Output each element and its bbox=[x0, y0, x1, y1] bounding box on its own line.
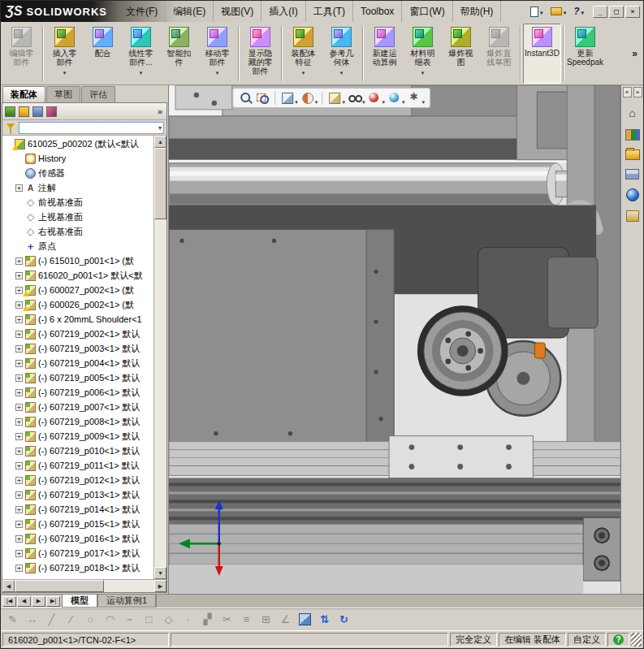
edit-appearance-icon[interactable] bbox=[366, 90, 385, 106]
tree-expander[interactable]: + bbox=[15, 448, 23, 455]
tree-expander[interactable]: + bbox=[15, 506, 23, 513]
zoom-fit-icon[interactable] bbox=[238, 90, 253, 106]
tree-vertical-scrollbar[interactable] bbox=[153, 136, 166, 579]
commandmanager-tab[interactable]: 装配体 bbox=[2, 86, 45, 102]
status-help-cell[interactable]: ? bbox=[607, 633, 629, 647]
tree-item[interactable]: 上视基准面 bbox=[2, 210, 153, 224]
instant3d-button[interactable]: Instant3D bbox=[523, 24, 561, 84]
tree-expander[interactable] bbox=[15, 199, 23, 206]
featuremanager-tree-icon[interactable] bbox=[5, 106, 15, 117]
resize-grip[interactable] bbox=[631, 633, 642, 647]
tree-filter-input[interactable] bbox=[19, 122, 164, 134]
appearances-icon[interactable] bbox=[626, 188, 639, 201]
scroll-left-button[interactable] bbox=[2, 580, 15, 592]
tree-item[interactable]: + (-) 607219_p005<1> 默认 bbox=[2, 370, 153, 385]
hide-show-items-icon[interactable] bbox=[347, 90, 365, 106]
configurationmanager-icon[interactable] bbox=[32, 106, 43, 117]
insert-component-button[interactable]: 插入零 部件 bbox=[45, 24, 84, 84]
propertymanager-icon[interactable] bbox=[19, 106, 29, 117]
dropdown-arrow-icon[interactable] bbox=[63, 67, 67, 73]
smart-dimension-icon[interactable]: ↔ bbox=[23, 610, 41, 629]
tree-item[interactable]: 610025_p00202 (默认<默认 bbox=[2, 136, 153, 151]
spline-icon[interactable]: ~ bbox=[120, 610, 139, 629]
menu-item[interactable]: 工具(T) bbox=[306, 1, 353, 22]
quick-tips-icon[interactable]: ? bbox=[613, 634, 624, 645]
rectangle-icon[interactable]: □ bbox=[140, 610, 158, 629]
commandmanager-tab[interactable]: 评估 bbox=[81, 86, 115, 102]
model-render[interactable] bbox=[169, 85, 620, 594]
task-pane-close-button[interactable]: × bbox=[633, 87, 642, 97]
tab-nav-button[interactable]: ▶| bbox=[46, 596, 60, 607]
centerline-icon[interactable]: ∕ bbox=[62, 610, 80, 629]
new-motion-study-button[interactable]: 新建运 动算例 bbox=[365, 24, 404, 84]
angle-dimension-icon[interactable]: ∠ bbox=[276, 610, 295, 629]
arc-icon[interactable]: ◠ bbox=[101, 610, 119, 629]
dropdown-arrow-icon[interactable] bbox=[339, 67, 344, 73]
tree-expander[interactable]: + bbox=[15, 433, 23, 440]
tree-item[interactable]: + (-) 607219_p014<1> 默认 bbox=[2, 502, 153, 517]
offset-entities-icon[interactable]: ≡ bbox=[237, 610, 256, 629]
line-icon[interactable]: ╱ bbox=[42, 610, 61, 629]
tree-expander[interactable]: + bbox=[15, 345, 23, 353]
graphics-viewport[interactable] bbox=[168, 85, 620, 594]
tree-expander[interactable]: + bbox=[15, 272, 23, 279]
smart-fasteners-button[interactable]: 智能扣 件 bbox=[160, 24, 198, 84]
tree-item[interactable]: 传感器 bbox=[2, 166, 153, 180]
dropdown-arrow-icon[interactable] bbox=[139, 67, 144, 73]
tab-nav-button[interactable]: ◀ bbox=[17, 596, 31, 607]
custom-properties-icon[interactable] bbox=[626, 210, 639, 222]
tree-item[interactable]: + (-) 607219_p009<1> 默认 bbox=[2, 429, 153, 443]
menu-item[interactable]: 窗口(W) bbox=[402, 1, 452, 22]
tree-expander[interactable] bbox=[15, 170, 23, 177]
minimize-button[interactable]: _ bbox=[593, 6, 607, 18]
tree-item[interactable]: + (-) 607219_p016<1> 默认 bbox=[2, 531, 153, 546]
tree-item[interactable]: + (-) 607219_p007<1> 默认 bbox=[2, 400, 153, 414]
section-view-icon[interactable] bbox=[300, 90, 318, 106]
polygon-icon[interactable]: ◇ bbox=[159, 610, 178, 629]
exploded-view-button[interactable]: 爆炸视 图 bbox=[442, 24, 480, 84]
assembly-features-button[interactable]: 装配体 特征 bbox=[284, 24, 322, 84]
tree-expander[interactable]: + bbox=[15, 316, 23, 323]
tree-expander[interactable]: + bbox=[15, 257, 23, 265]
dropdown-arrow-icon[interactable] bbox=[421, 67, 426, 73]
tree-item[interactable]: + (-) 607219_p015<1> 默认 bbox=[2, 517, 153, 531]
task-pane-collapse-button[interactable]: « bbox=[623, 87, 632, 97]
scroll-track[interactable] bbox=[154, 148, 166, 567]
tree-item[interactable]: + (-) 607219_p003<1> 默认 bbox=[2, 341, 153, 356]
dropdown-arrow-icon[interactable] bbox=[564, 6, 567, 16]
panel-overflow-button[interactable]: » bbox=[158, 106, 164, 116]
tree-item[interactable]: + (-) 607219_p013<1> 默认 bbox=[2, 487, 153, 502]
commandmanager-tab[interactable]: 草图 bbox=[46, 86, 80, 102]
menu-item[interactable]: 视图(V) bbox=[214, 1, 261, 22]
dropdown-arrow-icon[interactable] bbox=[215, 67, 220, 73]
dropdown-arrow-icon[interactable] bbox=[362, 96, 365, 106]
view-palette-icon[interactable] bbox=[625, 169, 639, 180]
bill-of-materials-button[interactable]: 材料明 细表 bbox=[404, 24, 442, 84]
tree-expander[interactable]: + bbox=[15, 404, 23, 411]
dropdown-arrow-icon[interactable] bbox=[295, 96, 298, 106]
apply-scene-icon[interactable] bbox=[387, 90, 405, 106]
circle-icon[interactable]: ○ bbox=[81, 610, 100, 629]
menu-item[interactable]: 编辑(E) bbox=[166, 1, 214, 22]
dropdown-arrow-icon[interactable] bbox=[402, 96, 405, 106]
scroll-right-button[interactable] bbox=[154, 580, 166, 592]
update-speedpak-button[interactable]: 更新 Speedpak bbox=[566, 24, 604, 84]
dropdown-arrow-icon[interactable] bbox=[342, 96, 345, 106]
explode-line-sketch-button[interactable]: 爆炸直 线草图 bbox=[480, 24, 518, 84]
maximize-button[interactable]: □ bbox=[609, 6, 624, 18]
view-settings-icon[interactable] bbox=[406, 90, 425, 106]
tree-item[interactable]: History bbox=[2, 151, 153, 166]
scroll-up-button[interactable] bbox=[154, 136, 166, 148]
tree-item[interactable]: 右视基准面 bbox=[2, 224, 153, 239]
tree-expander[interactable]: + bbox=[15, 565, 23, 572]
tree-expander[interactable]: + bbox=[15, 418, 23, 426]
scroll-track[interactable] bbox=[15, 580, 154, 592]
tree-expander[interactable] bbox=[15, 243, 23, 250]
tree-item[interactable]: + (-) 607219_p010<1> 默认 bbox=[2, 443, 153, 458]
point-icon[interactable]: · bbox=[179, 610, 197, 629]
trim-entities-icon[interactable]: ✂ bbox=[218, 610, 236, 629]
close-button[interactable]: × bbox=[625, 6, 640, 18]
help-icon[interactable]: ? bbox=[571, 4, 586, 19]
filter-funnel-icon[interactable] bbox=[6, 123, 15, 129]
tree-expander[interactable]: + bbox=[15, 389, 23, 396]
